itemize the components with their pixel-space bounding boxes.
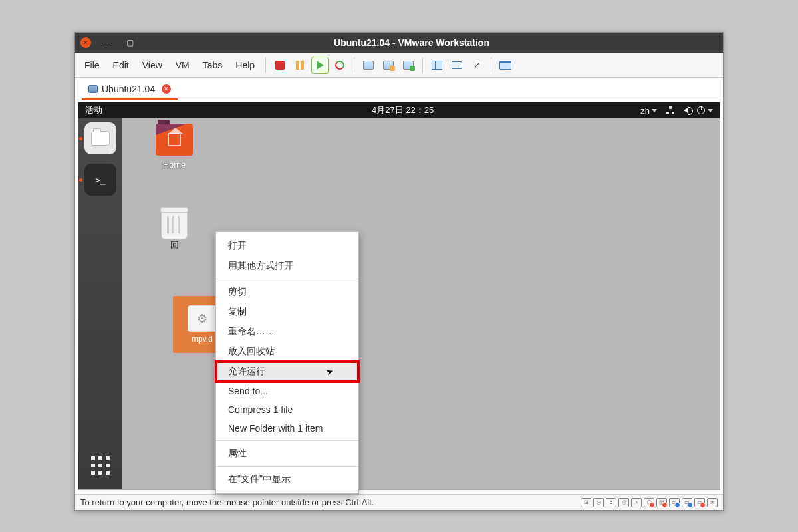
device-tray: ⊡ ◎ ⩍ ⎙ ♪ ⬡ ▤ ▭ ▭ ▭ ✉ <box>581 498 718 507</box>
dock-show-apps[interactable] <box>84 450 116 481</box>
menu-edit[interactable]: Edit <box>108 57 134 73</box>
restart-button[interactable] <box>331 57 348 74</box>
tray-sound-icon[interactable]: ♪ <box>631 498 642 507</box>
vm-icon <box>88 85 98 93</box>
snapshot-icon <box>363 61 374 70</box>
dock-files[interactable] <box>84 122 116 154</box>
snapshot-manager-icon <box>403 61 414 70</box>
unity-button[interactable] <box>497 57 514 74</box>
desktop-home-folder[interactable]: Home <box>148 124 201 170</box>
tray-floppy-icon[interactable]: ▤ <box>656 498 667 507</box>
separator <box>216 466 358 467</box>
ctx-compress[interactable]: Compress 1 file <box>216 400 358 419</box>
power-menu[interactable] <box>697 106 713 114</box>
ctx-allow-run[interactable]: 允许运行 ➤ <box>216 362 358 382</box>
menu-file[interactable]: File <box>79 57 105 73</box>
icon-label: 回 <box>148 239 201 251</box>
ctx-new-folder[interactable]: New Folder with 1 item <box>216 419 358 438</box>
desktop[interactable]: Home 回 ⚙ mpv.d 打开 用其他方式打开 剪切 复制 重命 <box>122 118 720 489</box>
system-tray: zh <box>640 106 713 116</box>
menu-help[interactable]: Help <box>230 57 260 73</box>
separator <box>216 440 358 441</box>
tray-usb-icon[interactable]: ⬡ <box>644 498 654 507</box>
tab-ubuntu[interactable]: Ubuntu21.04 ✕ <box>82 80 178 100</box>
topbar-datetime[interactable]: 4月27日 22：25 <box>165 104 640 116</box>
ctx-send-to[interactable]: Send to... <box>216 382 358 400</box>
tray-display-icon[interactable]: ▭ <box>669 498 680 507</box>
titlebar: — ▢ Ubuntu21.04 - VMware Workstation <box>75 33 723 53</box>
tray-device-icon[interactable]: ▭ <box>694 498 705 507</box>
split-icon <box>432 61 442 70</box>
pause-button[interactable] <box>291 57 309 74</box>
tray-camera-icon[interactable]: ▭ <box>682 498 692 507</box>
icon-label: Home <box>148 160 201 170</box>
running-indicator-icon <box>79 137 82 140</box>
separator <box>354 57 354 73</box>
context-menu: 打开 用其他方式打开 剪切 复制 重命名…… 放入回收站 允许运行 ➤ Send… <box>215 231 359 494</box>
menubar: File Edit View VM Tabs Help ⤢ <box>75 53 723 78</box>
view-console-button[interactable] <box>448 57 466 74</box>
terminal-icon: >_ <box>95 175 106 185</box>
pause-icon <box>296 61 304 70</box>
expand-icon: ⤢ <box>473 60 481 70</box>
guest-display: 活动 4月27日 22：25 zh >_ <box>78 102 720 490</box>
vmware-window: — ▢ Ubuntu21.04 - VMware Workstation Fil… <box>74 32 724 511</box>
stop-icon <box>275 61 285 70</box>
separator <box>491 57 491 73</box>
dock-terminal[interactable]: >_ <box>84 164 116 196</box>
running-indicator-icon <box>79 178 82 182</box>
menu-vm[interactable]: VM <box>170 57 195 73</box>
play-icon <box>317 61 324 70</box>
window-close-button[interactable] <box>80 37 91 48</box>
ctx-copy[interactable]: 复制 <box>216 302 358 322</box>
file-icon: ⚙ <box>188 305 217 332</box>
status-text: To return to your computer, move the mou… <box>80 497 374 507</box>
play-button[interactable] <box>311 57 329 74</box>
fullscreen-button[interactable]: ⤢ <box>468 57 485 74</box>
home-folder-icon <box>156 124 193 156</box>
view-split-button[interactable] <box>428 57 446 74</box>
menu-tabs[interactable]: Tabs <box>198 57 228 73</box>
ctx-show-in-files[interactable]: 在"文件"中显示 <box>216 469 358 489</box>
refresh-icon <box>335 61 344 70</box>
statusbar: To return to your computer, move the mou… <box>75 494 723 510</box>
chevron-down-icon <box>708 109 713 112</box>
folder-icon <box>91 131 110 146</box>
window-title: Ubuntu21.04 - VMware Workstation <box>106 37 718 48</box>
desktop-trash[interactable]: 回 <box>148 210 201 251</box>
ctx-trash[interactable]: 放入回收站 <box>216 342 358 362</box>
tray-network-icon[interactable]: ⩍ <box>606 498 616 507</box>
ctx-open-with[interactable]: 用其他方式打开 <box>216 256 358 276</box>
ubuntu-desktop-area: >_ Home 回 ⚙ mpv.d <box>78 118 720 489</box>
chevron-down-icon <box>652 109 657 112</box>
power-off-button[interactable] <box>271 57 289 74</box>
tab-label: Ubuntu21.04 <box>102 84 155 94</box>
input-language-menu[interactable]: zh <box>640 106 657 116</box>
tray-printer-icon[interactable]: ⎙ <box>618 498 629 507</box>
snapshot-button[interactable] <box>360 57 377 74</box>
activities-button[interactable]: 活动 <box>85 104 165 116</box>
dock: >_ <box>78 118 122 489</box>
cursor-icon: ➤ <box>325 366 334 378</box>
ubuntu-topbar: 活动 4月27日 22：25 zh <box>78 102 720 118</box>
tabbar: Ubuntu21.04 ✕ <box>75 78 723 100</box>
ctx-rename[interactable]: 重命名…… <box>216 322 358 342</box>
snapshot-manager-button[interactable] <box>400 57 417 74</box>
snapshot-revert-icon <box>383 61 394 70</box>
menu-view[interactable]: View <box>137 57 168 73</box>
ctx-open[interactable]: 打开 <box>216 236 358 256</box>
separator <box>216 279 358 279</box>
tray-harddisk-icon[interactable]: ⊡ <box>581 498 591 507</box>
window-icon <box>499 61 511 70</box>
ctx-properties[interactable]: 属性 <box>216 444 358 464</box>
snapshot-revert-button[interactable] <box>380 57 397 74</box>
icon-label: mpv.d <box>192 334 213 344</box>
network-icon[interactable] <box>666 106 674 114</box>
screen-icon <box>452 61 462 69</box>
ctx-cut[interactable]: 剪切 <box>216 282 358 302</box>
volume-icon[interactable] <box>684 108 688 113</box>
tray-cd-icon[interactable]: ◎ <box>593 498 604 507</box>
tray-message-icon[interactable]: ✉ <box>707 498 718 507</box>
tab-close-button[interactable]: ✕ <box>162 84 171 94</box>
separator <box>265 57 266 73</box>
